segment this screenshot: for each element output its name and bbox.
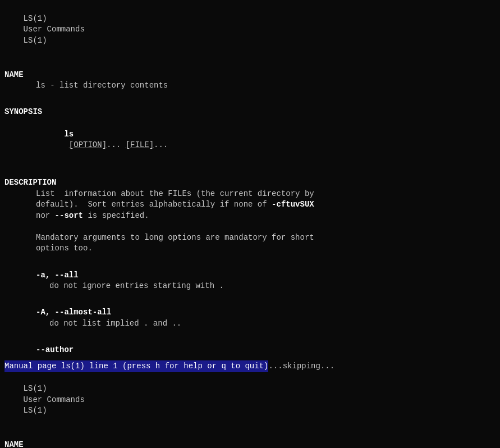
- blank-line-2: [4, 96, 496, 107]
- blank-line-7: [4, 334, 496, 345]
- name-title-2: NAME: [4, 440, 496, 448]
- name-title-1: NAME: [4, 70, 496, 81]
- opt-author-section: --author: [4, 345, 496, 356]
- header2-left: LS(1): [24, 384, 47, 393]
- desc-line2-1: default). Sort entries alphabetically if…: [4, 199, 496, 211]
- header2-right: LS(1): [24, 406, 47, 415]
- blank-line-4: [4, 221, 496, 232]
- opt-A-title: -A, --almost-all: [4, 307, 496, 318]
- synopsis-section-1: SYNOPSIS ls [OPTION]... [FILE]...: [4, 107, 496, 162]
- blank-line-5: [4, 259, 496, 270]
- opt-A-section: -A, --almost-all do not list implied . a…: [4, 307, 496, 329]
- header2-center: User Commands: [24, 395, 85, 404]
- opt-author-title: --author: [4, 345, 496, 356]
- desc-line3-1: nor --sort is specified.: [4, 211, 496, 222]
- blank-line-3: [4, 166, 496, 177]
- blank-line-8: [4, 428, 496, 440]
- synopsis-title-1: SYNOPSIS: [4, 107, 496, 118]
- status-bar-line: Manual page ls(1) line 1 (press h for he…: [4, 360, 496, 373]
- description-section-1: DESCRIPTION List information about the F…: [4, 177, 496, 254]
- desc-line5-1: options too.: [4, 243, 496, 254]
- blank-line-6: [4, 296, 496, 308]
- opt-a-section: -a, --all do not ignore entries starting…: [4, 270, 496, 292]
- header-line-1: LS(1) User Commands LS(1): [4, 2, 496, 57]
- opt-A-desc: do not list implied . and ..: [4, 318, 496, 330]
- desc-title-1: DESCRIPTION: [4, 177, 496, 189]
- desc-line1-1: List information about the FILEs (the cu…: [4, 189, 496, 200]
- header1-center: User Commands: [24, 25, 85, 34]
- status-bar-text: Manual page ls(1) line 1 (press h for he…: [4, 360, 268, 373]
- synopsis-ls: ls: [64, 130, 74, 139]
- synopsis-content-1: ls [OPTION]... [FILE]...: [4, 118, 496, 162]
- name-section-2: NAME ls - list directory contents: [4, 440, 496, 448]
- opt-a-title: -a, --all: [4, 270, 496, 281]
- blank-line-1: [4, 58, 496, 70]
- name-content-1: ls - list directory contents: [4, 80, 496, 92]
- synopsis-option: [OPTION]... [FILE]...: [64, 140, 168, 149]
- header1-left: LS(1): [24, 14, 47, 23]
- desc-line4-1: Mandatory arguments to long options are …: [4, 232, 496, 244]
- name-section-1: NAME ls - list directory contents: [4, 70, 496, 92]
- skipping-text: ...skipping...: [268, 361, 334, 372]
- terminal-window: LS(1) User Commands LS(1) NAME ls - list…: [0, 0, 500, 448]
- opt-a-desc: do not ignore entries starting with .: [4, 281, 496, 292]
- header-line-2: LS(1) User Commands LS(1): [4, 372, 496, 427]
- header1-right: LS(1): [24, 36, 47, 45]
